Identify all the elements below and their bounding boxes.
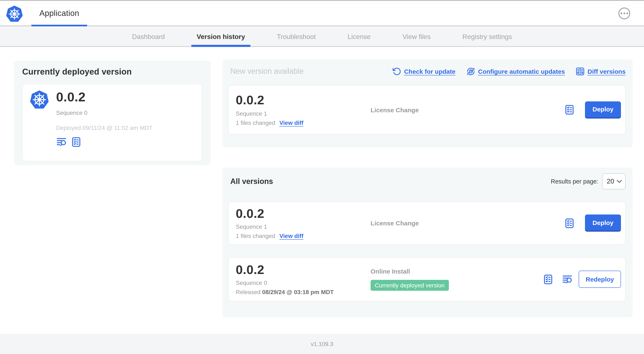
version-source: Online Install Currently deployed versio… [370, 268, 449, 291]
chevron-down-icon [617, 180, 622, 183]
deployed-actions [56, 137, 152, 147]
diff-icon [576, 67, 584, 76]
new-version-header: New version available Check for update [228, 67, 626, 76]
deployed-sequence: Sequence 0 [56, 109, 152, 116]
checklist-icon[interactable] [71, 137, 82, 147]
released-prefix: Released [236, 289, 262, 295]
app-title: Application [39, 9, 79, 18]
currently-deployed-title: Currently deployed version [22, 67, 202, 77]
version-source: License Change [370, 219, 419, 227]
logs-icon[interactable] [56, 137, 67, 147]
deploy-button[interactable]: Deploy [585, 101, 621, 118]
source-label: License Change [370, 106, 419, 113]
files-changed-line: 1 files changed View diff [236, 233, 370, 239]
app-tab-application[interactable]: Application [32, 1, 87, 26]
version-label: 0.0.2 [236, 263, 370, 276]
auto-update-icon [466, 67, 475, 76]
kubernetes-app-icon [29, 90, 50, 110]
app-header: Application [0, 1, 644, 26]
active-tab-underline [191, 45, 250, 47]
version-row-sequence-0: 0.0.2 Sequence 0 Released 08/29/24 @ 03:… [228, 257, 626, 301]
released-line: Released 08/29/24 @ 03:18 pm MDT [236, 289, 370, 295]
tab-license[interactable]: License [342, 27, 376, 46]
tab-troubleshoot[interactable]: Troubleshoot [271, 27, 321, 46]
version-label: 0.0.2 [236, 207, 370, 220]
kubernetes-logo-icon [6, 5, 23, 23]
checklist-icon[interactable] [543, 274, 554, 285]
version-label: 0.0.2 [236, 94, 370, 107]
app-footer: v1.109.3 [0, 334, 644, 354]
results-per-page-select[interactable]: 20 [602, 173, 626, 189]
deployed-timestamp: Deployed 09/11/24 @ 11:02 am MDT [56, 124, 152, 131]
view-diff-link[interactable]: View diff [279, 233, 303, 239]
sequence-label: Sequence 1 [236, 223, 370, 230]
version-actions: Redeploy [543, 271, 621, 288]
view-diff-link[interactable]: View diff [279, 119, 303, 126]
sequence-label: Sequence 1 [236, 110, 370, 117]
version-source: License Change [370, 106, 419, 113]
version-actions: Deploy [564, 214, 621, 232]
version-actions: Deploy [564, 101, 621, 118]
results-per-page-label: Results per page: [551, 178, 598, 185]
configure-automatic-updates-link[interactable]: Configure automatic updates [466, 67, 565, 76]
currently-deployed-badge: Currently deployed version [370, 280, 449, 291]
deployed-meta: 0.0.2 Sequence 0 Deployed 09/11/24 @ 11:… [56, 90, 152, 155]
all-versions-title: All versions [230, 177, 273, 186]
tab-registry-settings[interactable]: Registry settings [457, 27, 518, 46]
new-version-links: Check for update Configure automatic upd… [392, 67, 626, 76]
tab-label: Version history [196, 33, 245, 41]
source-label: License Change [370, 219, 419, 227]
new-version-row: 0.0.2 Sequence 1 1 files changed View di… [228, 85, 626, 135]
version-info: 0.0.2 Sequence 1 1 files changed View di… [236, 94, 370, 126]
checklist-icon[interactable] [564, 104, 575, 115]
files-changed-line: 1 files changed View diff [236, 119, 370, 126]
app-tab-active-underline [32, 25, 87, 26]
version-info: 0.0.2 Sequence 1 1 files changed View di… [236, 207, 370, 239]
redeploy-button[interactable]: Redeploy [579, 271, 621, 288]
files-changed-label: 1 files changed [236, 119, 275, 126]
results-per-page-value: 20 [607, 178, 614, 185]
currently-deployed-card: 0.0.2 Sequence 0 Deployed 09/11/24 @ 11:… [22, 84, 202, 161]
check-for-update-link[interactable]: Check for update [392, 67, 455, 76]
new-version-title: New version available [230, 67, 304, 76]
diff-versions-link[interactable]: Diff versions [576, 67, 626, 76]
tab-view-files[interactable]: View files [397, 27, 436, 46]
all-versions-panel: All versions Results per page: 20 0.0.2 … [222, 168, 633, 317]
files-changed-label: 1 files changed [236, 233, 275, 239]
results-per-page: Results per page: 20 [551, 173, 626, 189]
tab-label: Registry settings [462, 33, 512, 41]
source-label: Online Install [370, 268, 410, 275]
version-row-sequence-1: 0.0.2 Sequence 1 1 files changed View di… [228, 201, 626, 245]
ellipsis-icon [620, 13, 628, 14]
deploy-button[interactable]: Deploy [585, 214, 621, 232]
tab-label: View files [402, 33, 431, 41]
tab-label: Dashboard [132, 33, 165, 41]
deployed-version: 0.0.2 [56, 91, 152, 104]
app-nav: Dashboard Version history Troubleshoot L… [0, 27, 644, 47]
tab-dashboard[interactable]: Dashboard [127, 27, 170, 46]
version-info: 0.0.2 Sequence 0 Released 08/29/24 @ 03:… [236, 263, 370, 295]
checklist-icon[interactable] [564, 218, 575, 228]
tab-label: Troubleshoot [277, 33, 316, 41]
console-version: v1.109.3 [311, 340, 333, 347]
logs-icon[interactable] [562, 274, 573, 285]
tab-label: License [348, 33, 370, 41]
page: Application Dashboard Version history Tr… [0, 0, 644, 354]
currently-deployed-panel: Currently deployed version 0.0. [14, 61, 210, 165]
tab-version-history[interactable]: Version history [191, 27, 250, 46]
released-date: 08/29/24 @ 03:18 pm MDT [262, 289, 334, 295]
all-versions-header: All versions Results per page: 20 [228, 173, 626, 189]
more-menu-button[interactable] [618, 8, 630, 19]
new-version-panel: New version available Check for update [222, 60, 633, 147]
sequence-label: Sequence 0 [236, 280, 370, 286]
refresh-icon [392, 67, 401, 76]
